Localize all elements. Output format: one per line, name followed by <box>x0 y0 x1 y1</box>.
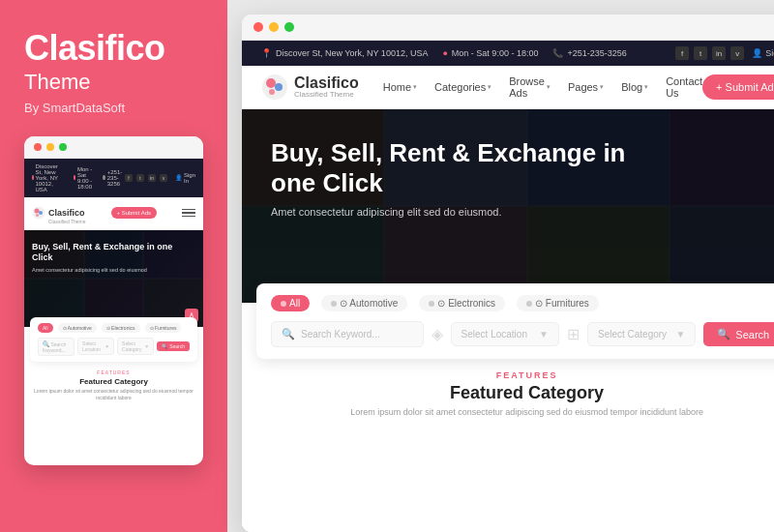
main-browser-bar <box>242 15 774 41</box>
tab-dot <box>331 301 337 307</box>
main-dot-green[interactable] <box>284 22 294 32</box>
search-button[interactable]: 🔍 Search <box>703 322 774 346</box>
mini-search-button[interactable]: 🔍Search <box>157 341 190 351</box>
search-tab-electronics[interactable]: ⊙ Electronics <box>419 295 505 311</box>
mini-logo: Clasifico Classified Theme <box>32 202 86 224</box>
nav-home[interactable]: Home ▾ <box>383 81 417 93</box>
mini-tab-furn[interactable]: ⊙ Furnitures <box>145 323 182 333</box>
mini-tab-auto[interactable]: ⊙ Automotive <box>58 323 97 333</box>
svg-point-5 <box>266 78 276 88</box>
submit-ads-button[interactable]: + Submit Ads <box>702 74 774 100</box>
phone-icon: 📞 <box>552 48 563 58</box>
search-keyword-field[interactable]: 🔍 Search Keyword... <box>271 321 424 347</box>
mini-submit-btn[interactable]: + Submit Ads <box>111 207 158 219</box>
search-tab-all[interactable]: All <box>271 295 310 311</box>
nav-categories[interactable]: Categories ▾ <box>434 81 491 93</box>
mini-vimeo-icon[interactable]: v <box>160 174 167 182</box>
chevron-down-icon: ▾ <box>600 83 604 91</box>
search-icon: 🔍 <box>282 328 295 340</box>
main-nav-links: Home ▾ Categories ▾ Browse Ads ▾ Pages ▾… <box>383 75 702 99</box>
mini-browser: Discover St, New York, NY 10012, USA Mon… <box>24 136 203 465</box>
svg-point-7 <box>269 89 275 95</box>
mini-hours: Mon - Sat 9:00 - 18:00 <box>74 163 95 192</box>
svg-point-2 <box>39 211 43 215</box>
hero-sub: Amet consectetur adipiscing elit sed do … <box>271 206 774 218</box>
mini-dot-yellow[interactable] <box>46 143 54 151</box>
mini-logo-icon <box>32 206 45 220</box>
mini-hero-title: Buy, Sell, Rent & Exchange in one Click <box>32 242 195 264</box>
location-chevron-icon: ▼ <box>539 329 549 340</box>
mini-tab-elec[interactable]: ⊙ Electronics <box>102 323 140 333</box>
mini-topbar: Discover St, New York, NY 10012, USA Mon… <box>24 159 203 197</box>
pin-icon: 📍 <box>261 48 272 58</box>
right-panel: 📍 Discover St, New York, NY 10012, USA ●… <box>227 0 774 532</box>
mini-features-text: Lorem ipsum dolor sit amet consectetur a… <box>32 388 195 401</box>
search-btn-icon: 🔍 <box>717 328 730 340</box>
main-topbar: 📍 Discover St, New York, NY 10012, USA ●… <box>242 41 774 66</box>
mini-hero: Buy, Sell, Rent & Exchange in one Click … <box>24 230 203 327</box>
search-keyword-placeholder: Search Keyword... <box>301 329 380 340</box>
nav-blog[interactable]: Blog ▾ <box>621 81 648 93</box>
main-hours: ● Mon - Sat 9:00 - 18:00 <box>442 48 538 58</box>
twitter-icon[interactable]: t <box>694 46 707 60</box>
mini-topbar-right: f t in v 👤Sign In <box>125 172 195 184</box>
category-chevron-icon: ▼ <box>675 329 685 340</box>
facebook-icon[interactable]: f <box>675 46 689 60</box>
search-tab-furnitures[interactable]: ⊙ Furnitures <box>517 295 599 311</box>
mini-signin[interactable]: 👤Sign In <box>175 172 195 184</box>
mini-search-tabs: All ⊙ Automotive ⊙ Electronics ⊙ Furnitu… <box>38 323 190 333</box>
brand: Clasifico Theme By SmartDataSoft <box>24 29 203 115</box>
main-nav: Clasifico Classified Theme Home ▾ Catego… <box>242 66 774 109</box>
chevron-down-icon: ▾ <box>547 83 551 91</box>
mini-clock-icon <box>74 175 75 180</box>
mini-keyword-input[interactable]: 🔍 Search Keyword... <box>38 338 74 356</box>
main-logo-svg <box>261 74 288 101</box>
category-divider-icon: ⊞ <box>567 325 580 343</box>
signin-link[interactable]: 👤 Sign In <box>752 48 774 58</box>
mini-features-title: Featured Category <box>32 377 195 386</box>
mini-dot-red[interactable] <box>34 143 42 151</box>
mini-category-select[interactable]: Select Category ▼ <box>117 338 154 355</box>
category-placeholder: Select Category <box>598 329 667 340</box>
nav-browse-ads[interactable]: Browse Ads ▾ <box>509 75 551 99</box>
features-label: FEATURES <box>261 370 774 380</box>
mini-linkedin-icon[interactable]: in <box>148 174 156 182</box>
brand-subtitle: Theme <box>24 70 203 95</box>
mini-dot-green[interactable] <box>59 143 67 151</box>
mini-browser-bar <box>24 136 203 159</box>
search-category-select[interactable]: Select Category ▼ <box>587 322 696 346</box>
search-location-select[interactable]: Select Location ▼ <box>451 322 559 346</box>
tab-dot <box>281 301 286 307</box>
svg-point-6 <box>275 83 283 91</box>
main-browser: 📍 Discover St, New York, NY 10012, USA ●… <box>242 15 774 532</box>
social-icons: f t in v <box>675 46 744 60</box>
search-tabs: All ⊙ Automotive ⊙ Electronics ⊙ Furnitu… <box>271 295 774 311</box>
linkedin-icon[interactable]: in <box>712 46 726 60</box>
mini-social: f t in v <box>125 172 167 184</box>
mini-location-select[interactable]: Select Location ▼ <box>77 338 114 355</box>
mini-search-row: 🔍 Search Keyword... Select Location ▼ Se… <box>38 338 190 356</box>
main-phone: 📞 +251-235-3256 <box>552 48 626 58</box>
mini-address: Discover St, New York, NY 10012, USA <box>32 163 66 192</box>
main-logo-text: Clasifico Classified Theme <box>294 75 359 99</box>
user-icon: 👤 <box>752 48 762 58</box>
nav-contact[interactable]: Contact Us <box>666 75 702 99</box>
svg-point-1 <box>35 209 40 214</box>
main-topbar-right: f t in v 👤 Sign In <box>675 46 774 60</box>
mini-twitter-icon[interactable]: t <box>136 174 144 182</box>
vimeo-icon[interactable]: v <box>730 46 744 60</box>
chevron-down-icon: ▾ <box>488 83 491 91</box>
mini-pin-icon <box>32 175 34 180</box>
chevron-down-icon: ▾ <box>413 83 417 91</box>
nav-pages[interactable]: Pages ▾ <box>568 81 604 93</box>
mini-facebook-icon[interactable]: f <box>125 174 133 182</box>
hero-title: Buy, Sell, Rent & Exchange in one Click <box>271 138 639 198</box>
mini-tab-all[interactable]: All <box>38 323 53 333</box>
mini-hamburger[interactable] <box>182 209 195 218</box>
mini-features: FEATURES Featured Category Lorem ipsum d… <box>24 362 203 409</box>
main-dot-red[interactable] <box>253 22 263 32</box>
mini-topbar-left: Discover St, New York, NY 10012, USA Mon… <box>32 163 125 192</box>
mini-phone: +251-235-3256 <box>103 163 125 192</box>
main-dot-yellow[interactable] <box>269 22 279 32</box>
search-tab-automotive[interactable]: ⊙ Automotive <box>321 295 407 311</box>
